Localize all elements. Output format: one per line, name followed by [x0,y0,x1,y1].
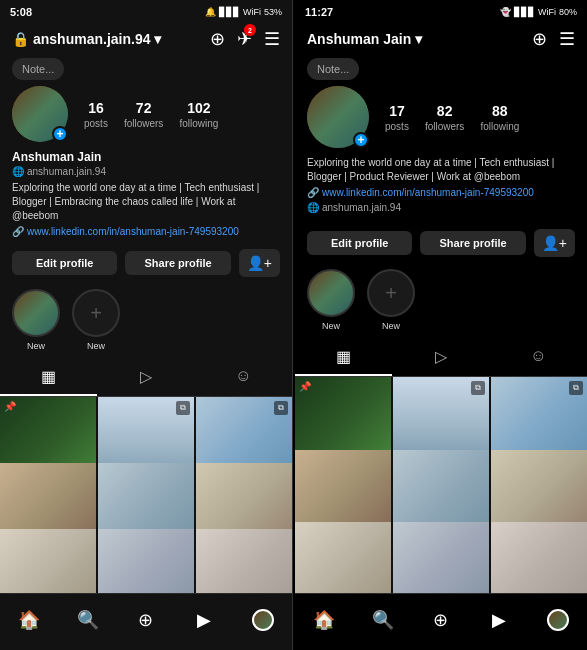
followers-stat-right[interactable]: 82 followers [425,103,464,132]
tab-grid-right[interactable]: ▦ [295,339,392,376]
edit-profile-button-right[interactable]: Edit profile [307,231,412,255]
status-bar-left: 5:08 🔔 ▊▊▊ WiFi 53% [0,0,292,22]
highlight-item-1-right[interactable]: + New [367,269,415,331]
grid-item-8-right[interactable] [491,522,587,593]
right-phone-panel: 11:27 👻 ▊▊▊ WiFi 80% Anshuman Jain ▾ ⊕ ☰… [295,0,587,650]
search-nav-button-right[interactable]: 🔍 [365,602,401,638]
highlight-item-0-right[interactable]: New [307,269,355,331]
username-left[interactable]: 🔒 anshuman.jain.94 ▾ [12,31,161,47]
posts-count-right: 17 [389,103,405,119]
plus-square-icon-right: ⊕ [532,29,547,49]
grid-item-8-left[interactable] [196,529,292,593]
username-text-left: anshuman.jain.94 [33,31,150,47]
share-profile-button-right[interactable]: Share profile [420,231,525,255]
highlight-label-1-left: New [87,341,105,351]
pin-icon-0-left: 📌 [4,401,16,412]
tagged-icon-right: ☺ [530,347,546,366]
grid-item-7-right[interactable] [393,522,489,593]
grid-item-6-right[interactable]: flight we arrive at our destination [295,522,391,593]
note-bubble-left[interactable]: Note... [12,58,64,80]
following-count-right: 88 [492,103,508,119]
add-nav-button-left[interactable]: ⊕ [128,602,164,638]
highlight-circle-1-left: + [72,289,120,337]
bottom-nav-right: 🏠 🔍 ⊕ ▶ [295,593,587,650]
highlight-circle-1-right: + [367,269,415,317]
following-stat-right[interactable]: 88 following [480,103,519,132]
home-icon-right: 🏠 [313,609,335,631]
profile-handle-left: 🌐 anshuman.jain.94 [12,166,280,177]
reels-icon-right: ▷ [435,347,447,366]
search-icon-right: 🔍 [372,609,394,631]
grid-item-7-left[interactable] [98,529,194,593]
posts-stat-right: 17 posts [385,103,409,132]
add-friend-button-right[interactable]: 👤+ [534,229,575,257]
plus-icon-right: + [385,282,397,305]
status-bar-right: 11:27 👻 ▊▊▊ WiFi 80% [295,0,587,22]
following-stat-left[interactable]: 102 following [179,100,218,129]
following-count-left: 102 [187,100,210,116]
globe-icon-right: 🌐 [307,202,319,213]
profile-name-left: Anshuman Jain [12,150,280,164]
profile-nav-button-right[interactable] [540,602,576,638]
grid-item-6-left[interactable] [0,529,96,593]
bio-text-right: Exploring the world one day at a time | … [307,156,575,184]
plus-icon-left: + [90,302,102,325]
add-story-button-right[interactable]: + [353,132,369,148]
posts-label-right: posts [385,121,409,132]
add-story-button-left[interactable]: + [52,126,68,142]
nav-bar-left: 🔒 anshuman.jain.94 ▾ ⊕ ✈ 2 ☰ [0,22,292,54]
profile-handle-right: 🌐 anshuman.jain.94 [307,202,575,213]
edit-profile-button-left[interactable]: Edit profile [12,251,117,275]
username-right[interactable]: Anshuman Jain ▾ [307,31,422,47]
tab-tagged-right[interactable]: ☺ [490,339,587,376]
profile-nav-avatar-left [252,609,274,631]
tab-grid-left[interactable]: ▦ [0,359,97,396]
profile-section-left: + 16 posts 72 followers 102 following [0,86,292,150]
notifications-button-left[interactable]: ✈ 2 [237,28,252,50]
home-nav-button-left[interactable]: 🏠 [11,602,47,638]
tabs-row-right: ▦ ▷ ☺ [295,339,587,377]
signal-icon-right: ▊▊▊ [514,7,535,17]
search-nav-button-left[interactable]: 🔍 [70,602,106,638]
chevron-down-icon: ▾ [154,31,161,47]
home-nav-button-right[interactable]: 🏠 [306,602,342,638]
multi-badge-2-right: ⧉ [569,381,583,395]
highlight-item-0-left[interactable]: New [12,289,60,351]
add-nav-button-right[interactable]: ⊕ [423,602,459,638]
bio-link-right[interactable]: 🔗 www.linkedin.com/in/anshuman-jain-7495… [307,187,575,198]
tab-reels-right[interactable]: ▷ [392,339,489,376]
person-add-icon-left: 👤+ [247,255,272,271]
highlight-item-1-left[interactable]: + New [72,289,120,351]
chevron-down-icon-right: ▾ [415,31,422,47]
bio-text-left: Exploring the world one day at a time | … [12,181,280,223]
bio-link-left[interactable]: 🔗 www.linkedin.com/in/anshuman-jain-7495… [12,226,280,237]
reels-nav-button-left[interactable]: ▶ [186,602,222,638]
note-bubble-right[interactable]: Note... [307,58,359,80]
tab-reels-left[interactable]: ▷ [97,359,194,396]
add-post-button-right[interactable]: ⊕ [532,28,547,50]
home-icon-left: 🏠 [18,609,40,631]
add-friend-button-left[interactable]: 👤+ [239,249,280,277]
battery-icon-right: 80% [559,7,577,17]
nav-icons-right: ⊕ ☰ [532,28,575,50]
menu-button-left[interactable]: ☰ [264,28,280,50]
profile-nav-button-left[interactable] [245,602,281,638]
menu-button-right[interactable]: ☰ [559,28,575,50]
tab-tagged-left[interactable]: ☺ [195,359,292,396]
hamburger-icon-right: ☰ [559,29,575,49]
multi-badge-2-left: ⧉ [274,401,288,415]
photo-grid-left: 📌 ⧉ ⧉ Ice cream on waves [0,397,292,593]
reels-nav-button-right[interactable]: ▶ [481,602,517,638]
following-label-left: following [179,118,218,129]
followers-stat-left[interactable]: 72 followers [124,100,163,129]
followers-label-left: followers [124,118,163,129]
time-right: 11:27 [305,6,333,18]
pin-icon-0-right: 📌 [299,381,311,392]
add-post-button-left[interactable]: ⊕ [210,28,225,50]
nav-icons-left: ⊕ ✈ 2 ☰ [210,28,280,50]
grid-icon-right: ▦ [336,347,351,366]
multi-badge-1-right: ⧉ [471,381,485,395]
plus-icon-nav-left: ⊕ [138,609,153,631]
handle-text-right: anshuman.jain.94 [322,202,401,213]
share-profile-button-left[interactable]: Share profile [125,251,230,275]
